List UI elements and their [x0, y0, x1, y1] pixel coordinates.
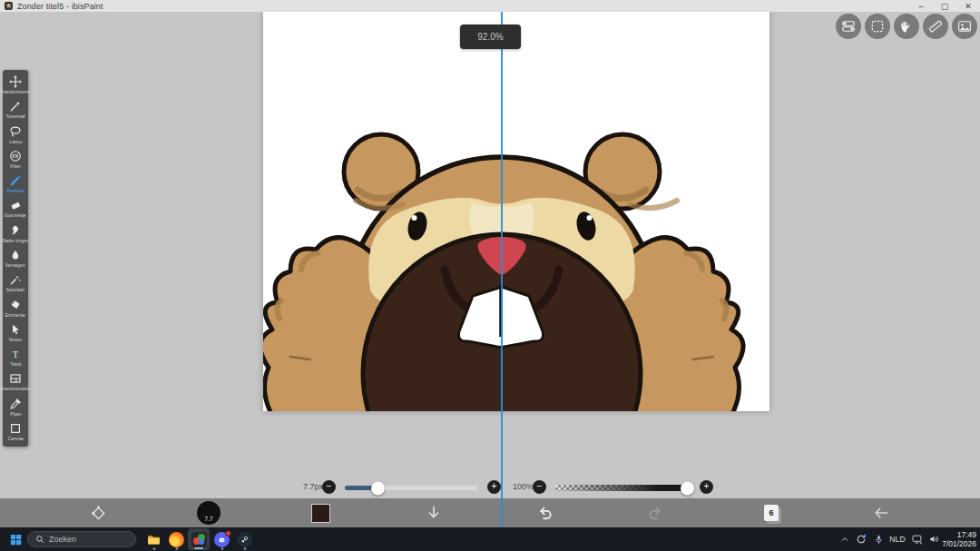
taskbar-steam[interactable] [236, 527, 253, 551]
undo-icon [535, 504, 554, 522]
brush-size-plus-button[interactable]: + [487, 480, 501, 494]
tray-language[interactable]: NLD [887, 527, 907, 551]
canvas-artwork[interactable] [263, 12, 769, 411]
minimize-button[interactable]: – [909, 0, 933, 12]
brush-size-minus-button[interactable]: − [322, 480, 336, 494]
brush-size-slider-thumb[interactable] [371, 481, 385, 495]
tool-transformeren[interactable]: Transformeren [3, 75, 28, 94]
maximize-button[interactable]: ▢ [933, 0, 956, 12]
close-button[interactable]: ✕ [956, 0, 980, 12]
tool-toverstaf[interactable]: Toverstaf [3, 100, 28, 119]
back-arrow-icon [872, 504, 890, 522]
brush-size-slider[interactable] [345, 486, 478, 490]
eraser-icon [9, 199, 22, 212]
network-monitor-icon [911, 533, 924, 546]
back-button[interactable] [870, 498, 892, 527]
tool-gummetje[interactable]: Gummetje [3, 199, 28, 218]
taskbar-firefox[interactable] [168, 527, 185, 551]
tray-sync-button[interactable] [853, 527, 869, 551]
ruler-button[interactable] [923, 14, 948, 39]
opacity-value: 100% [505, 482, 534, 491]
windows-taskbar: Zoeken [0, 527, 980, 551]
tool-natte-vinger[interactable]: Natte vinger [3, 224, 28, 243]
tool-tekst[interactable]: T Tekst [3, 348, 28, 367]
redo-icon [647, 504, 665, 522]
notification-badge [225, 530, 231, 536]
tool-vervagen[interactable]: Vervagen [3, 249, 28, 268]
opacity-slider[interactable] [555, 485, 687, 491]
taskbar-discord[interactable] [213, 527, 230, 551]
brush-preview: 7.7 [197, 501, 220, 525]
hand-gesture-button[interactable] [894, 14, 919, 39]
app-icon [5, 2, 13, 10]
active-indicator [194, 547, 203, 550]
down-arrow-button[interactable] [423, 498, 445, 527]
tool-canvas[interactable]: Canvas [3, 422, 28, 441]
tool-label: Filter [10, 163, 21, 169]
tray-volume-button[interactable] [926, 527, 943, 551]
language-label: NLD [889, 535, 906, 544]
tool-emmertje[interactable]: Emmertje [3, 299, 28, 318]
taskbar-clock[interactable]: 17:49 7/01/2026 [942, 527, 976, 551]
tool-penseel[interactable]: Penseel [3, 174, 28, 193]
opacity-minus-button[interactable]: − [533, 480, 546, 494]
microphone-icon [873, 534, 885, 546]
tool-label: Vector [9, 337, 23, 342]
undo-button[interactable] [534, 498, 555, 527]
clock-date: 7/01/2026 [942, 539, 976, 548]
opacity-slider-thumb[interactable] [681, 481, 694, 495]
window-title: Zonder titel5 - ibisPaint [17, 2, 103, 11]
tool-lasso[interactable]: Lasso [3, 125, 28, 144]
materials-button[interactable] [952, 14, 977, 39]
hand-gesture-icon [898, 18, 915, 34]
layers-button[interactable]: 6 [762, 498, 780, 527]
redo-button[interactable] [645, 498, 667, 527]
search-icon [35, 535, 44, 544]
brush-icon [9, 174, 22, 187]
taskbar-file-explorer[interactable] [145, 527, 162, 551]
svg-text:FX: FX [13, 154, 19, 159]
eyedropper-icon [9, 398, 22, 410]
color-swatch-button[interactable] [310, 498, 330, 527]
selection-icon [869, 18, 886, 34]
tray-network-button[interactable] [908, 527, 926, 551]
tool-label: Tekst [10, 361, 21, 367]
tool-frameverdeler[interactable]: Frameverdeler [3, 372, 28, 391]
materials-icon [956, 18, 973, 34]
tool-speciaal[interactable]: Speciaal [3, 273, 28, 292]
tray-microphone-button[interactable] [870, 527, 887, 551]
tool-filter[interactable]: FX Filter [3, 150, 28, 169]
tool-pipet[interactable]: Pipet [3, 398, 28, 417]
brush-preview-button[interactable]: 7.7 [197, 498, 220, 527]
transform-button[interactable] [85, 498, 111, 527]
move-icon [9, 75, 22, 88]
drawing-canvas[interactable] [263, 12, 769, 411]
tool-label: Gummetje [5, 213, 26, 219]
sync-icon [855, 533, 867, 546]
tool-label: Emmertje [5, 312, 25, 318]
brush-preview-size: 7.7 [204, 516, 212, 522]
lasso-icon [9, 125, 22, 138]
running-indicator [243, 547, 246, 550]
tool-label: Toverstaf [5, 114, 24, 120]
start-button[interactable] [5, 527, 25, 551]
toggles-button[interactable] [836, 14, 861, 39]
transform-icon [90, 505, 107, 522]
selection-button[interactable] [865, 14, 890, 39]
opacity-plus-button[interactable]: + [700, 480, 713, 494]
windows-logo-icon [9, 533, 23, 546]
svg-text:T: T [13, 349, 18, 359]
brush-size-value: 7.7px [289, 482, 323, 491]
ruler-icon [927, 18, 944, 34]
tray-overflow-button[interactable] [838, 527, 852, 551]
tool-vector[interactable]: Vector [3, 323, 28, 342]
taskbar-search[interactable]: Zoeken [27, 531, 136, 547]
cursor-icon [9, 323, 22, 336]
speaker-icon [928, 533, 941, 546]
taskbar-ibispaint[interactable] [188, 528, 210, 550]
zoom-level-tooltip: 92.0% [460, 25, 521, 49]
brush-controls: 7.7px − + 100% − + [0, 478, 980, 497]
tool-label: Transformeren [0, 89, 31, 94]
symmetry-guide-line[interactable] [501, 12, 503, 527]
bucket-icon [9, 299, 22, 311]
